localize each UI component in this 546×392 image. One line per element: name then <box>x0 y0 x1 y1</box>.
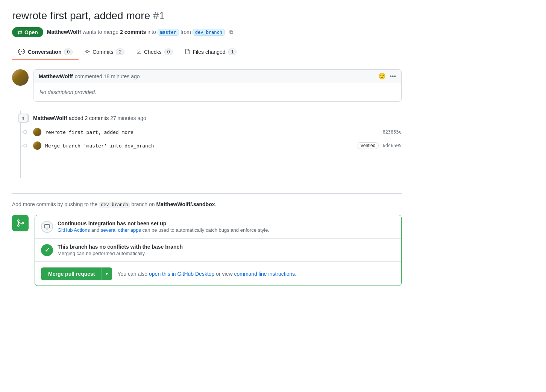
merge-note: You can also open this in GitHub Desktop… <box>117 271 296 277</box>
commit-message-2: Merge branch 'master' into dev_branch <box>45 143 353 149</box>
tab-commits-label: Commits <box>93 49 113 55</box>
verified-badge: Verified <box>357 142 379 149</box>
tab-commits-badge: 2 <box>116 49 124 55</box>
push-event-text: MatthewWolff added 2 commits 27 minutes … <box>33 115 146 121</box>
tab-files-changed[interactable]: Files changed 1 <box>179 45 243 60</box>
conversation-icon: 💬 <box>18 49 25 55</box>
checks-icon: ☑ <box>136 49 141 55</box>
tab-conversation-label: Conversation <box>28 49 61 55</box>
push-note-repo: MatthewWolff/.sandbox <box>156 201 215 207</box>
pr-source-branch[interactable]: dev_branch <box>193 29 225 36</box>
merge-icon: ⇄ <box>17 29 22 36</box>
ci-check-title: Continuous integration has not been set … <box>58 220 395 226</box>
merge-btn-group: Merge pull request ▾ <box>41 267 112 280</box>
comment-more-options-icon[interactable]: ••• <box>390 73 396 80</box>
conflict-check-row: ✓ This branch has no conflicts with the … <box>35 239 401 262</box>
copy-branch-button[interactable]: ⧉ <box>229 29 234 35</box>
pr-action-text: wants to merge <box>82 29 120 35</box>
command-line-link[interactable]: command line instructions <box>234 271 295 277</box>
merge-section: Continuous integration has not been set … <box>12 215 402 286</box>
tab-checks[interactable]: ☑ Checks 0 <box>130 45 179 60</box>
conflict-check-title: This branch has no conflicts with the ba… <box>58 244 395 250</box>
comment-author: MatthewWolff <box>39 73 73 79</box>
commit-row-2: Merge branch 'master' into dev_branch Ve… <box>33 140 402 151</box>
ci-check-row: Continuous integration has not been set … <box>35 215 401 239</box>
github-actions-link[interactable]: GitHub Actions <box>58 227 90 233</box>
commits-list: rewrote first part, added more 623855e M… <box>33 126 402 151</box>
commit-sha-1: 623855e <box>382 129 402 135</box>
pr-title: rewrote first part, added more #1 <box>12 9 402 23</box>
commit-avatar-2 <box>33 141 41 150</box>
pr-meta-text: MatthewWolff wants to merge 2 commits in… <box>47 29 225 36</box>
tab-checks-badge: 0 <box>164 49 173 55</box>
pr-into-text: into <box>147 29 157 35</box>
divider <box>12 193 402 194</box>
pr-title-text: rewrote first part, added more <box>12 10 150 21</box>
open-badge: ⇄ Open <box>12 27 43 37</box>
comment-body: No description provided. <box>33 83 401 101</box>
pr-number: #1 <box>153 10 165 21</box>
ci-icon <box>41 221 53 233</box>
push-event-icon: ⬆ <box>18 114 27 123</box>
commit-row-1: rewrote first part, added more 623855e <box>33 126 402 138</box>
merge-dropdown-button[interactable]: ▾ <box>102 267 112 280</box>
comment-time: commented 18 minutes ago <box>75 73 140 79</box>
pr-target-branch[interactable]: master <box>158 29 179 36</box>
conversation-area: MatthewWolff commented 18 minutes ago 🙂 … <box>12 69 402 286</box>
comment-header: MatthewWolff commented 18 minutes ago 🙂 … <box>33 70 401 83</box>
files-changed-icon <box>185 49 190 55</box>
push-event-action: added 2 commits <box>69 115 111 121</box>
pr-status-row: ⇄ Open MatthewWolff wants to merge 2 com… <box>12 27 402 37</box>
push-note-branch: dev_branch <box>99 202 130 208</box>
tab-files-changed-label: Files changed <box>193 49 225 55</box>
tab-files-changed-badge: 1 <box>228 49 237 55</box>
ci-check-text: Continuous integration has not been set … <box>58 220 395 233</box>
tab-checks-label: Checks <box>144 49 162 55</box>
comment-block: MatthewWolff commented 18 minutes ago 🙂 … <box>12 69 402 102</box>
other-apps-link[interactable]: several other apps <box>101 227 141 233</box>
comment-body-text: No description provided. <box>39 89 96 95</box>
ci-check-text-mid: and <box>91 227 101 233</box>
merge-note-prefix: You can also <box>117 271 147 277</box>
merge-note-suffix: . <box>295 271 296 277</box>
tab-commits[interactable]: Commits 2 <box>79 45 130 60</box>
github-desktop-link[interactable]: open this in GitHub Desktop <box>149 271 214 277</box>
commit-avatar-1 <box>33 128 41 136</box>
comment-box: MatthewWolff commented 18 minutes ago 🙂 … <box>33 69 402 102</box>
push-event-time: 27 minutes ago <box>110 115 146 121</box>
merge-note-mid: or view <box>216 271 232 277</box>
conflict-check-subtitle: Merging can be performed automatically. <box>58 251 395 256</box>
pr-tabs: 💬 Conversation 0 Commits 2 ☑ Checks 0 Fi… <box>12 45 402 60</box>
open-badge-label: Open <box>24 29 38 35</box>
push-note-suffix: . <box>215 201 217 207</box>
emoji-reaction-icon[interactable]: 🙂 <box>378 73 386 80</box>
avatar <box>12 69 29 86</box>
success-icon: ✓ <box>41 244 53 256</box>
ci-check-subtitle: GitHub Actions and several other apps ca… <box>58 227 395 233</box>
ci-check-text-suffix: can be used to automatically catch bugs … <box>143 227 269 233</box>
commit-sha-2: 6dc6505 <box>382 143 402 148</box>
conflict-check-text: This branch has no conflicts with the ba… <box>58 244 395 256</box>
comment-header-left: MatthewWolff commented 18 minutes ago <box>39 73 140 79</box>
merge-pull-request-button[interactable]: Merge pull request <box>41 267 102 280</box>
push-event-author: MatthewWolff <box>33 115 67 121</box>
push-note-prefix: Add more commits by pushing to the <box>12 201 97 207</box>
merge-icon-box <box>12 215 29 231</box>
comment-header-right: 🙂 ••• <box>378 73 396 80</box>
merge-button-row: Merge pull request ▾ You can also open t… <box>35 262 401 286</box>
commits-icon <box>85 49 90 55</box>
commit-message-1: rewrote first part, added more <box>45 129 379 135</box>
push-event-header: ⬆ MatthewWolff added 2 commits 27 minute… <box>33 115 402 121</box>
tab-conversation-badge: 0 <box>64 49 73 55</box>
push-note-mid: branch on <box>131 201 156 207</box>
pr-commits-count: 2 commits <box>120 29 146 35</box>
pr-from-text: from <box>180 29 193 35</box>
tab-conversation[interactable]: 💬 Conversation 0 <box>12 45 79 60</box>
merge-checks-box: Continuous integration has not been set … <box>35 215 402 286</box>
push-note: Add more commits by pushing to the dev_b… <box>12 201 402 207</box>
pr-author: MatthewWolff <box>47 29 81 35</box>
